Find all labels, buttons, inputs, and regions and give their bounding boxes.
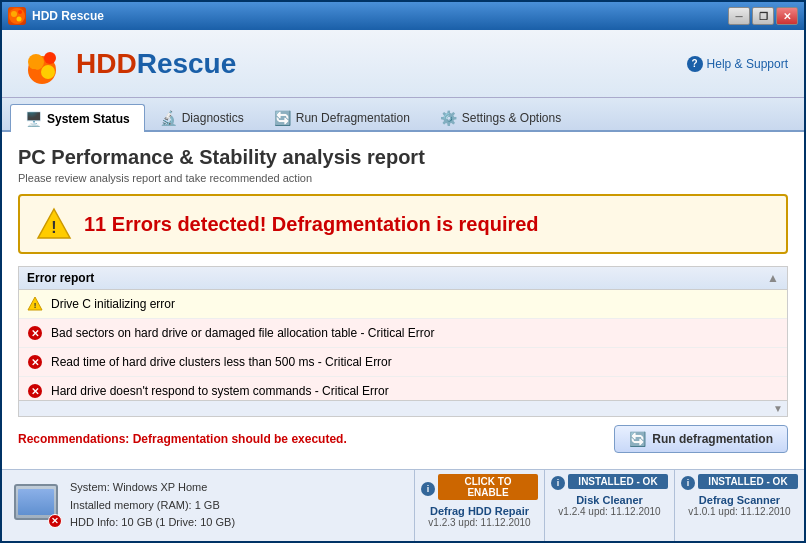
error-item-text-0: Drive C initializing error bbox=[51, 297, 175, 311]
tab-run-defrag-label: Run Defragmentation bbox=[296, 111, 410, 125]
run-defrag-button[interactable]: 🔄 Run defragmentation bbox=[614, 425, 788, 453]
plugin-name-0: Defrag HDD Repair bbox=[430, 505, 529, 517]
recommendations-text: Recommendations: Defragmentation should … bbox=[18, 432, 347, 446]
error-list[interactable]: ! Drive C initializing error ✕ Bad secto… bbox=[19, 290, 787, 400]
svg-point-1 bbox=[11, 11, 17, 17]
svg-text:!: ! bbox=[51, 219, 56, 236]
svg-text:✕: ✕ bbox=[31, 386, 39, 397]
close-button[interactable]: ✕ bbox=[776, 7, 798, 25]
plugin-version-0: v1.2.3 upd: 11.12.2010 bbox=[428, 517, 530, 528]
error-item-text-3: Hard drive doesn't respond to system com… bbox=[51, 384, 389, 398]
logo-image bbox=[18, 40, 66, 88]
app-header: HDDRescue ? Help & Support bbox=[2, 30, 804, 98]
plugin-card-2[interactable]: i INSTALLED - OK Defrag Scanner v1.0.1 u… bbox=[674, 470, 804, 541]
title-bar: HDD Rescue ─ ❐ ✕ bbox=[2, 2, 804, 30]
error-message: 11 Errors detected! Defragmentation is r… bbox=[84, 213, 539, 236]
error-badge: ✕ bbox=[48, 514, 62, 528]
error-item-text-1: Bad sectors on hard drive or damaged fil… bbox=[51, 326, 435, 340]
error-item-critical-0: ✕ Bad sectors on hard drive or damaged f… bbox=[19, 319, 787, 348]
footer: ✕ System: Windows XP Home Installed memo… bbox=[2, 469, 804, 541]
plugin-card-0[interactable]: i CLICK TO ENABLE Defrag HDD Repair v1.2… bbox=[414, 470, 544, 541]
help-label: Help & Support bbox=[707, 57, 788, 71]
warning-icon: ! bbox=[27, 296, 43, 312]
plugin-version-2: v1.0.1 upd: 11.12.2010 bbox=[688, 506, 790, 517]
logo-rescue: Rescue bbox=[137, 48, 237, 79]
recommendations-bar: Recommendations: Defragmentation should … bbox=[18, 425, 788, 453]
restore-button[interactable]: ❐ bbox=[752, 7, 774, 25]
error-description: Errors detected! Defragmentation is requ… bbox=[112, 213, 539, 235]
recommendations-message: Defragmentation should be executed. bbox=[133, 432, 347, 446]
error-banner: ! 11 Errors detected! Defragmentation is… bbox=[18, 194, 788, 254]
footer-system-info: ✕ System: Windows XP Home Installed memo… bbox=[2, 470, 414, 541]
plugin-card-1[interactable]: i INSTALLED - OK Disk Cleaner v1.2.4 upd… bbox=[544, 470, 674, 541]
system-os: System: Windows XP Home bbox=[70, 479, 235, 497]
tab-run-defrag[interactable]: 🔄 Run Defragmentation bbox=[259, 104, 425, 130]
main-window: HDD Rescue ─ ❐ ✕ HDDRescue ? Help & Supp… bbox=[0, 0, 806, 543]
nav-tabs: 🖥️ System Status 🔬 Diagnostics 🔄 Run Def… bbox=[2, 98, 804, 132]
plugin-status-bar-2: INSTALLED - OK bbox=[698, 474, 798, 489]
diagnostics-icon: 🔬 bbox=[160, 110, 177, 126]
plugin-name-1: Disk Cleaner bbox=[576, 494, 643, 506]
system-ram: Installed memory (RAM): 1 GB bbox=[70, 497, 235, 515]
help-icon: ? bbox=[687, 56, 703, 72]
monitor-icon: ✕ bbox=[14, 484, 62, 528]
error-item-warning: ! Drive C initializing error bbox=[19, 290, 787, 319]
footer-plugins: i CLICK TO ENABLE Defrag HDD Repair v1.2… bbox=[414, 470, 804, 541]
svg-text:✕: ✕ bbox=[31, 328, 39, 339]
error-item-text-2: Read time of hard drive clusters less th… bbox=[51, 355, 392, 369]
svg-point-3 bbox=[17, 17, 22, 22]
error-item-critical-1: ✕ Read time of hard drive clusters less … bbox=[19, 348, 787, 377]
settings-icon: ⚙️ bbox=[440, 110, 457, 126]
plugin-status-bar-1: INSTALLED - OK bbox=[568, 474, 668, 489]
plugin-status-wrapper-1: i INSTALLED - OK bbox=[551, 474, 668, 492]
plugin-name-2: Defrag Scanner bbox=[699, 494, 780, 506]
window-controls: ─ ❐ ✕ bbox=[728, 7, 798, 25]
logo-hdd: HDD bbox=[76, 48, 137, 79]
tab-diagnostics-label: Diagnostics bbox=[182, 111, 244, 125]
run-defrag-label: Run defragmentation bbox=[652, 432, 773, 446]
system-info-text: System: Windows XP Home Installed memory… bbox=[70, 479, 235, 532]
critical-icon-1: ✕ bbox=[27, 354, 43, 370]
tab-system-status-label: System Status bbox=[47, 112, 130, 126]
page-subtitle: Please review analysis report and take r… bbox=[18, 172, 788, 184]
svg-point-7 bbox=[41, 65, 55, 79]
svg-point-5 bbox=[28, 54, 44, 70]
system-hdd: HDD Info: 10 GB (1 Drive: 10 GB) bbox=[70, 514, 235, 532]
plugin-version-1: v1.2.4 upd: 11.12.2010 bbox=[558, 506, 660, 517]
scroll-down-area: ▼ bbox=[19, 400, 787, 416]
logo-area: HDDRescue bbox=[18, 40, 236, 88]
help-link[interactable]: ? Help & Support bbox=[687, 56, 788, 72]
critical-icon-2: ✕ bbox=[27, 383, 43, 399]
run-defrag-icon: 🔄 bbox=[629, 431, 646, 447]
plugin-status-wrapper-0: i CLICK TO ENABLE bbox=[421, 474, 538, 503]
warning-triangle-icon: ! bbox=[36, 206, 72, 242]
error-report-container: Error report ▲ ! Drive C initializing er… bbox=[18, 266, 788, 417]
plugin-status-wrapper-2: i INSTALLED - OK bbox=[681, 474, 798, 492]
svg-point-6 bbox=[44, 52, 56, 64]
page-title: PC Performance & Stability analysis repo… bbox=[18, 146, 788, 169]
tab-settings-label: Settings & Options bbox=[462, 111, 561, 125]
svg-point-0 bbox=[9, 8, 25, 24]
error-report-title: Error report bbox=[27, 271, 94, 285]
app-logo-text: HDDRescue bbox=[76, 48, 236, 80]
window-title: HDD Rescue bbox=[32, 9, 728, 23]
error-count: 11 bbox=[84, 213, 106, 235]
error-item-critical-2: ✕ Hard drive doesn't respond to system c… bbox=[19, 377, 787, 400]
app-icon bbox=[8, 7, 26, 25]
svg-point-8 bbox=[29, 69, 39, 79]
plugin-info-icon-2: i bbox=[681, 476, 695, 490]
svg-text:✕: ✕ bbox=[31, 357, 39, 368]
error-report-header: Error report ▲ bbox=[19, 267, 787, 290]
tab-settings[interactable]: ⚙️ Settings & Options bbox=[425, 104, 576, 130]
defrag-icon: 🔄 bbox=[274, 110, 291, 126]
svg-point-2 bbox=[18, 10, 22, 14]
minimize-button[interactable]: ─ bbox=[728, 7, 750, 25]
tab-system-status[interactable]: 🖥️ System Status bbox=[10, 104, 145, 132]
critical-icon-0: ✕ bbox=[27, 325, 43, 341]
plugin-status-bar-0: CLICK TO ENABLE bbox=[438, 474, 538, 500]
tab-diagnostics[interactable]: 🔬 Diagnostics bbox=[145, 104, 259, 130]
svg-text:!: ! bbox=[34, 301, 37, 310]
scroll-up-icon: ▲ bbox=[767, 271, 779, 285]
recommendations-label: Recommendations: bbox=[18, 432, 129, 446]
plugin-info-icon-0: i bbox=[421, 482, 435, 496]
